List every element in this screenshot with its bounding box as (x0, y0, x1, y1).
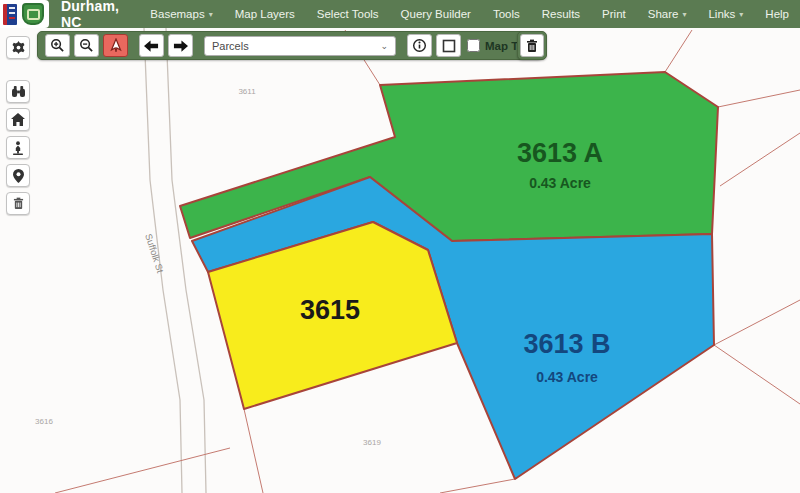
streetview-button[interactable] (6, 136, 30, 159)
parcel-3615-label: 3615 (300, 295, 360, 325)
menu-basemaps[interactable]: Basemaps▾ (139, 0, 223, 28)
rectangle-select-button[interactable] (436, 34, 461, 57)
home-button[interactable] (6, 108, 30, 131)
layer-select-value: Parcels (212, 40, 249, 52)
eraser-trash-icon (13, 197, 24, 210)
clear-selection-button[interactable] (520, 34, 544, 57)
gear-icon (11, 40, 26, 55)
pegman-icon (12, 141, 24, 155)
menu-help[interactable]: Help (754, 0, 800, 28)
app-title: Durham, NC (61, 0, 129, 30)
chevron-down-icon: ▾ (209, 10, 213, 19)
parcel-3613B-label: 3613 B 0.43 Acre (523, 329, 610, 385)
svg-text:3613 B: 3613 B (523, 329, 610, 359)
menu-bar: Basemaps▾ Map Layers Select Tools Query … (139, 0, 800, 28)
trash-icon (526, 39, 538, 53)
layer-select[interactable]: Parcels ⌄ (204, 36, 396, 56)
map-toolbar: Parcels ⌄ Map Tips (37, 31, 543, 60)
search-button[interactable] (6, 80, 30, 103)
bg-parcel-label-3616: 3616 (35, 417, 53, 426)
chevron-down-icon: ▾ (739, 10, 743, 19)
pin-icon (13, 169, 24, 183)
binoculars-icon (11, 85, 26, 98)
forward-button[interactable] (168, 34, 193, 57)
menu-share[interactable]: Share▾ (637, 0, 698, 28)
map-canvas[interactable]: 3613 A 0.43 Acre 3615 3613 B 0.43 Acre 3… (0, 0, 800, 493)
select-pointer-icon (109, 38, 123, 53)
logo-area[interactable] (0, 0, 49, 28)
gomaps-shield-logo-icon (22, 3, 44, 25)
settings-button[interactable] (6, 36, 30, 59)
zoom-in-icon (50, 38, 65, 53)
chevron-down-icon: ▾ (682, 10, 686, 19)
home-icon (11, 113, 25, 126)
svg-text:3615: 3615 (300, 295, 360, 325)
chevron-down-icon: ⌄ (380, 41, 388, 51)
zoom-out-button[interactable] (74, 34, 99, 57)
zoom-in-button[interactable] (45, 34, 70, 57)
svg-text:0.43 Acre: 0.43 Acre (529, 175, 591, 191)
menu-results[interactable]: Results (531, 0, 591, 28)
location-button[interactable] (6, 164, 30, 187)
svg-text:0.43 Acre: 0.43 Acre (536, 369, 598, 385)
menu-print[interactable]: Print (591, 0, 637, 28)
menu-tools[interactable]: Tools (482, 0, 531, 28)
forward-arrow-icon (173, 40, 188, 52)
erase-button[interactable] (6, 192, 30, 215)
identify-icon (412, 38, 427, 53)
bg-parcel-label-3611: 3611 (238, 87, 256, 96)
back-arrow-icon (144, 40, 159, 52)
bg-parcel-label-3619: 3619 (363, 438, 381, 447)
menu-links[interactable]: Links▾ (697, 0, 754, 28)
rectangle-select-icon (442, 39, 456, 53)
zoom-out-icon (79, 38, 94, 53)
durham-city-logo-icon (3, 4, 17, 25)
identify-button[interactable] (407, 34, 432, 57)
svg-text:3613 A: 3613 A (517, 138, 603, 168)
parcel-3613A-label: 3613 A 0.43 Acre (517, 138, 603, 191)
clear-selection-box (517, 31, 547, 60)
menu-query-builder[interactable]: Query Builder (390, 0, 482, 28)
menu-select-tools[interactable]: Select Tools (306, 0, 390, 28)
select-pointer-button[interactable] (103, 34, 128, 57)
back-button[interactable] (139, 34, 164, 57)
menu-map-layers[interactable]: Map Layers (224, 0, 306, 28)
top-navbar: Durham, NC Basemaps▾ Map Layers Select T… (0, 0, 800, 28)
map-tips-checkbox[interactable] (467, 39, 480, 52)
